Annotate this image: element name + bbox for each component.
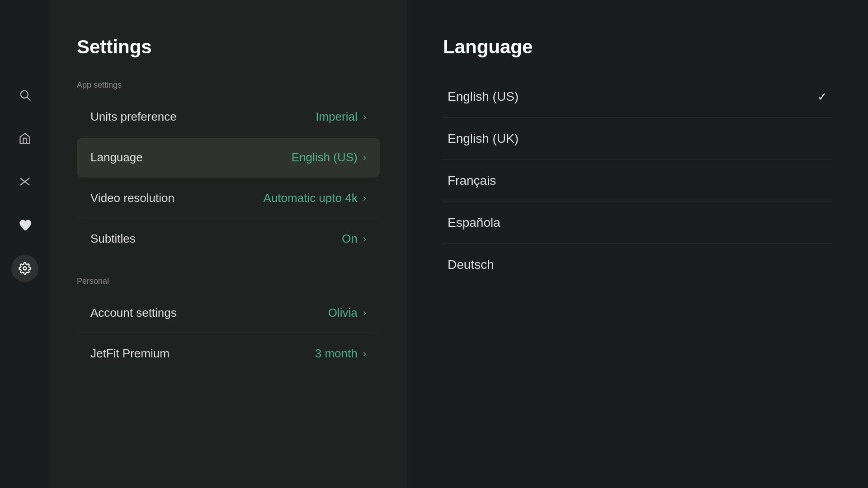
language-label: Language (90, 150, 143, 164)
jetfit-premium-row[interactable]: JetFit Premium 3 month › (77, 334, 380, 373)
language-item-deutsch[interactable]: Deutsch (443, 244, 832, 286)
language-panel: Language English (US) ✓ English (UK) Fra… (407, 0, 868, 488)
language-row[interactable]: Language English (US) › (77, 138, 380, 178)
units-preference-row[interactable]: Units preference Imperial › (77, 97, 380, 137)
language-item-espanola[interactable]: Española (443, 202, 832, 244)
chevron-right-icon: › (363, 233, 366, 245)
video-resolution-value: Automatic upto 4k (264, 191, 358, 205)
subtitles-value: On (342, 232, 358, 246)
chevron-right-icon: › (363, 192, 366, 204)
language-item-label: English (UK) (448, 131, 519, 146)
jetfit-premium-value: 3 month (315, 347, 358, 361)
sidebar-item-home[interactable] (11, 125, 38, 152)
chevron-right-icon: › (363, 348, 366, 360)
personal-section-label: Personal (77, 277, 380, 286)
language-item-francais[interactable]: Français (443, 160, 832, 202)
units-preference-value: Imperial (316, 110, 357, 124)
heart-icon (19, 219, 31, 231)
chevron-right-icon: › (363, 307, 366, 319)
account-settings-value: Olivia (328, 306, 358, 320)
language-panel-title: Language (443, 36, 832, 58)
personal-settings-list: Account settings Olivia › JetFit Premium… (77, 293, 380, 373)
language-item-label: English (US) (448, 89, 519, 104)
chevron-right-icon: › (363, 152, 366, 164)
account-settings-value-group: Olivia › (328, 306, 366, 320)
language-item-label: Français (448, 174, 496, 188)
jetfit-premium-label: JetFit Premium (90, 347, 170, 361)
tools-icon (19, 175, 31, 188)
subtitles-row[interactable]: Subtitles On › (77, 219, 380, 258)
account-settings-label: Account settings (90, 306, 177, 320)
checkmark-icon: ✓ (817, 90, 827, 104)
language-list: English (US) ✓ English (UK) Français Esp… (443, 76, 832, 286)
sidebar-item-tools[interactable] (11, 168, 38, 195)
app-settings-label: App settings (77, 80, 380, 90)
video-resolution-row[interactable]: Video resolution Automatic upto 4k › (77, 178, 380, 218)
language-item-english-us[interactable]: English (US) ✓ (443, 76, 832, 118)
sidebar-item-settings[interactable] (11, 255, 38, 282)
gear-icon (19, 262, 31, 275)
settings-panel: Settings App settings Units preference I… (50, 0, 407, 488)
home-icon (19, 132, 31, 145)
units-preference-value-group: Imperial › (316, 110, 366, 124)
subtitles-label: Subtitles (90, 232, 136, 246)
sidebar (0, 0, 50, 488)
video-resolution-label: Video resolution (90, 191, 175, 205)
language-item-label: Española (448, 216, 500, 230)
account-settings-row[interactable]: Account settings Olivia › (77, 293, 380, 333)
app-settings-list: Units preference Imperial › Language Eng… (77, 97, 380, 258)
subtitles-value-group: On › (342, 232, 366, 246)
language-item-label: Deutsch (448, 258, 494, 272)
language-item-english-uk[interactable]: English (UK) (443, 118, 832, 160)
video-resolution-value-group: Automatic upto 4k › (264, 191, 366, 205)
units-preference-label: Units preference (90, 110, 177, 124)
language-value: English (US) (292, 150, 358, 164)
sidebar-item-search[interactable] (11, 81, 38, 108)
jetfit-premium-value-group: 3 month › (315, 347, 366, 361)
sidebar-item-favorites[interactable] (11, 211, 38, 239)
svg-line-1 (27, 97, 30, 100)
language-value-group: English (US) › (292, 150, 366, 164)
chevron-right-icon: › (363, 111, 366, 123)
svg-point-4 (24, 267, 27, 270)
search-icon (19, 89, 31, 101)
page-title: Settings (77, 36, 380, 58)
